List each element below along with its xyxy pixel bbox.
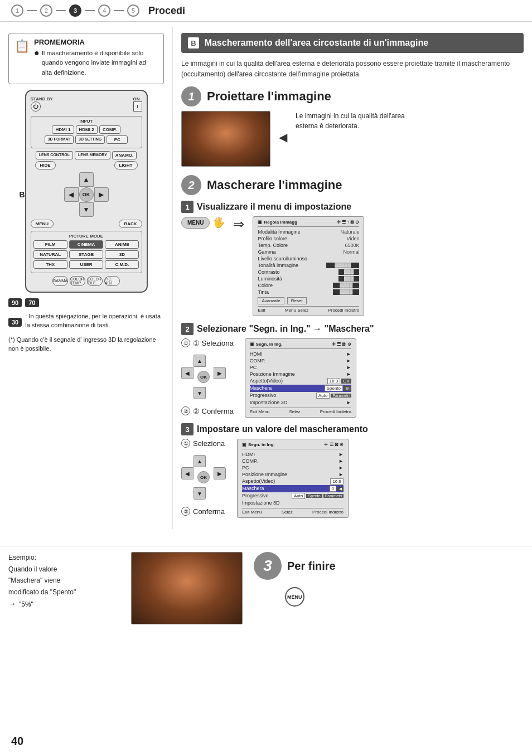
promemoria-text: Il mascheramento è disponibile solo quan…	[42, 49, 158, 77]
step-4-circle: 4	[98, 4, 110, 17]
select-confirm-col: ① ① Seleziona ▲ ▼ ◀ ▶ OK ② ② Conferma	[181, 338, 234, 415]
pc-btn[interactable]: PC	[107, 135, 128, 144]
select-label: ① ① Seleziona	[181, 338, 234, 347]
ds3-up[interactable]: ▲	[194, 455, 206, 467]
step1-area: ◀ Le immagini in cui la qualità dell'are…	[181, 111, 524, 167]
dpad-step3: ▲ ▼ ◀ ▶ OK	[181, 455, 226, 500]
user-btn[interactable]: USER	[69, 260, 103, 269]
step-indicator: 1 2 3 4 5	[11, 4, 139, 17]
ds-right[interactable]: ▶	[214, 367, 226, 379]
natural-btn[interactable]: NATURAL	[33, 250, 67, 259]
hide-btn[interactable]: HIDE	[35, 161, 56, 169]
substep3-heading: 3 Impostare un valore del mascheramento	[181, 423, 524, 435]
menu-screen-1: ▣ Regola Immagg ✛ ☰ ↑ ⊠ ⊙ Modalità Immag…	[253, 216, 364, 316]
thx-btn[interactable]: THX	[33, 260, 67, 269]
substep1-badge: 1	[181, 201, 194, 213]
stage-btn[interactable]: STAGE	[69, 250, 103, 259]
select-confirm-col-2: ① Seleziona ▲ ▼ ◀ ▶ OK ② Conferma	[181, 439, 226, 516]
left-column: 📋 PROMEMORIA ● Il mascheramento è dispon…	[0, 27, 173, 529]
promemoria-title: PROMEMORIA	[34, 38, 158, 46]
per-finire-row: 3 Per finire	[254, 552, 336, 580]
example-line-2: "Maschera" viene	[8, 575, 120, 586]
substep3-title: Impostare un valore del mascheramento	[197, 424, 368, 434]
hdmi1-btn[interactable]: HDMI 1	[52, 125, 74, 134]
substep3-badge: 3	[181, 423, 194, 435]
memo-icon: 📋	[14, 39, 30, 54]
ds3-left[interactable]: ◀	[181, 467, 194, 479]
color-temp-btn[interactable]: COLOR TEMP	[70, 276, 85, 286]
note-1: : In questa spiegazione, per le operazio…	[25, 312, 164, 330]
ds-down[interactable]: ▼	[194, 387, 206, 399]
lens-memory-btn[interactable]: LENS MEMORY	[75, 151, 110, 159]
m2-3d: Impostazione 3D►	[250, 399, 351, 406]
menu1-row-2: Profilo colore Video	[258, 235, 359, 242]
m3-hdmi: HDMI►	[242, 451, 344, 458]
anamo-btn[interactable]: ANAMO.	[112, 151, 137, 159]
substep2-area: ① ① Seleziona ▲ ▼ ◀ ▶ OK ② ② Conferma	[181, 338, 524, 418]
standby-btn[interactable]: ⏻	[31, 101, 41, 112]
film-btn[interactable]: FILM	[33, 240, 67, 249]
pic-adj-btn[interactable]: PIC. ADJ.	[104, 276, 120, 286]
cmd-btn[interactable]: C.M.D.	[105, 260, 139, 269]
setting3d-btn[interactable]: 3D SETTING	[75, 135, 105, 144]
substep3-area: ① Seleziona ▲ ▼ ◀ ▶ OK ② Conferma	[181, 439, 524, 518]
dpad-left[interactable]: ◀	[64, 187, 79, 202]
substep1-area: MENU 🖐 ⇒ ▣ Regola Immagg ✛ ☰ ↑ ⊠ ⊙ Modal…	[181, 216, 524, 316]
hdmi2-btn[interactable]: HDMI 2	[76, 125, 98, 134]
substep1-title: Visualizzare il menu di impostazione	[197, 202, 351, 212]
dpad: ▲ ▼ ◀ ▶ OK	[64, 172, 109, 217]
ds-left[interactable]: ◀	[181, 367, 194, 379]
ds-up[interactable]: ▲	[194, 355, 206, 367]
on-btn[interactable]: I	[133, 101, 142, 112]
color-file-btn[interactable]: COLOR FILE	[87, 276, 103, 286]
step2-num: 2	[181, 175, 201, 195]
page-title: Procedi	[148, 5, 185, 17]
step-3-circle-active: 3	[69, 4, 81, 17]
menu1-row-8: Luminosità ▓▓▓	[258, 275, 359, 282]
dpad-step2: ▲ ▼ ◀ ▶ OK	[181, 355, 226, 399]
dpad-up[interactable]: ▲	[79, 172, 94, 187]
step-1-circle: 1	[11, 4, 23, 17]
step2-title: Mascherare l'immagine	[207, 178, 342, 192]
ds3-right[interactable]: ▶	[214, 467, 226, 479]
dpad-right[interactable]: ▶	[94, 187, 109, 202]
menu1-icon: ▣	[258, 220, 262, 225]
ok-btn[interactable]: OK	[79, 187, 94, 202]
example-line-4: "5%"	[19, 599, 33, 610]
step-5-circle: 5	[127, 4, 139, 17]
m2-hdmi: HDMI►	[250, 351, 351, 357]
substep2-heading: 2 Selezionare "Segn. in Ing." → "Mascher…	[181, 323, 524, 335]
menu3-title: ▣ Segn. in Ing. ✛ ☰ ⊠ ⊙	[242, 442, 344, 449]
ds-ok[interactable]: OK	[197, 371, 210, 383]
model-row: 90 70	[8, 298, 164, 307]
bottom-section: Esempio: Quando il valore "Maschera" vie…	[0, 546, 532, 630]
example-text: Esempio: Quando il valore "Maschera" vie…	[8, 552, 120, 610]
on-label: ON	[133, 96, 142, 101]
model-90: 90	[8, 298, 22, 307]
comp-btn[interactable]: COMP.	[99, 125, 120, 134]
menu1-row-1: Modalità Immagine Naturale	[258, 229, 359, 235]
anime-btn[interactable]: ANIME	[105, 240, 139, 249]
cinema-btn[interactable]: CINEMA	[69, 240, 103, 249]
gamma-btn[interactable]: GAMMA	[52, 276, 68, 286]
m3-progressivo: Progressivo Auto Spento Parametri	[242, 492, 344, 500]
step2-heading: 2 Mascherare l'immagine	[181, 175, 524, 195]
menu-label: MENU	[181, 217, 210, 229]
back-btn[interactable]: BACK	[119, 220, 142, 228]
light-btn[interactable]: LIGHT	[114, 161, 138, 169]
note-2: (*) Quando c'è il segnale d' ingresso 3D…	[8, 335, 164, 353]
ds3-down[interactable]: ▼	[194, 487, 206, 500]
model-70: 70	[25, 298, 38, 307]
dpad-down[interactable]: ▼	[79, 202, 94, 217]
format3d-btn[interactable]: 3D FORMAT	[45, 135, 74, 144]
3d-btn[interactable]: 3D	[105, 250, 139, 259]
menu-btn[interactable]: MENU	[31, 220, 54, 228]
m3-pc: PC►	[242, 464, 344, 471]
example-arrow-row: → "5%"	[8, 598, 120, 611]
lens-control-btn[interactable]: LENS CONTROL	[36, 151, 73, 159]
b-label: B	[20, 190, 25, 199]
per-finire-num: 3	[254, 552, 282, 580]
menu1-row-7: Contrasto ▓▓▓	[258, 269, 359, 275]
m2-pos: Posizione Immagine►	[250, 371, 351, 377]
ds3-ok[interactable]: OK	[197, 471, 210, 483]
